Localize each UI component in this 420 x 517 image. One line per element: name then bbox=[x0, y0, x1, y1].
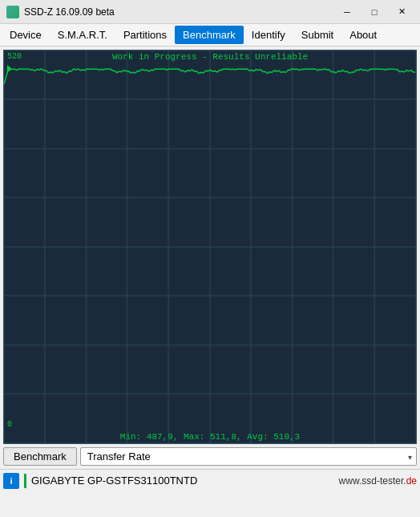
menu-item-partitions[interactable]: Partitions bbox=[115, 26, 175, 44]
dropdown-container: Transfer Rate IOPS Latency Access Time ▾ bbox=[80, 447, 417, 466]
menu-item-identify[interactable]: Identify bbox=[244, 26, 293, 44]
website-tld: de bbox=[406, 475, 417, 487]
maximize-button[interactable]: □ bbox=[362, 4, 386, 20]
minimize-button[interactable]: ─ bbox=[335, 4, 359, 20]
close-button[interactable]: ✕ bbox=[390, 4, 414, 20]
main-content: 520 Work in Progress - Results Unreliabl… bbox=[0, 46, 420, 469]
status-bar: i GIGABYTE GP-GSTFS31100TNTD www.ssd-tes… bbox=[0, 469, 420, 491]
website-label: www.ssd-tester.de bbox=[339, 475, 417, 487]
menu-item-benchmark[interactable]: Benchmark bbox=[175, 26, 244, 44]
transfer-type-select[interactable]: Transfer Rate IOPS Latency Access Time bbox=[80, 447, 417, 466]
menu-item-submit[interactable]: Submit bbox=[293, 26, 341, 44]
app-icon bbox=[6, 6, 19, 18]
menu-item-smart[interactable]: S.M.A.R.T. bbox=[50, 26, 115, 44]
window-controls: ─ □ ✕ bbox=[335, 4, 414, 20]
benchmark-button[interactable]: Benchmark bbox=[3, 447, 77, 466]
bottom-controls: Benchmark Transfer Rate IOPS Latency Acc… bbox=[3, 447, 417, 466]
chart-y-min: 0 bbox=[7, 420, 12, 429]
title-bar: SSD-Z 16.09.09 beta ─ □ ✕ bbox=[0, 0, 420, 24]
chart-stats: Min: 487,9, Max: 511,8, Avg: 510,3 bbox=[4, 432, 416, 442]
chart-status-text: Work in Progress - Results Unreliable bbox=[4, 52, 416, 62]
menu-item-about[interactable]: About bbox=[341, 26, 385, 44]
status-indicator bbox=[24, 474, 26, 488]
menu-item-device[interactable]: Device bbox=[2, 26, 50, 44]
status-info-icon: i bbox=[3, 473, 19, 489]
device-name: GIGABYTE GP-GSTFS31100TNTD bbox=[31, 475, 334, 487]
benchmark-chart bbox=[4, 50, 416, 443]
app-title: SSD-Z 16.09.09 beta bbox=[24, 6, 335, 18]
chart-container: 520 Work in Progress - Results Unreliabl… bbox=[3, 50, 417, 444]
menu-bar: Device S.M.A.R.T. Partitions Benchmark I… bbox=[0, 24, 420, 46]
